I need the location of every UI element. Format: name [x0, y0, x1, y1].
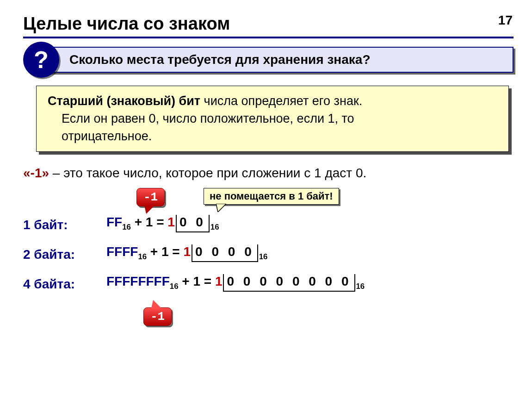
- result-sub: 16: [259, 252, 268, 261]
- plus-one: + 1 =: [179, 274, 215, 288]
- bottom-callout-wrap: -1: [23, 298, 513, 340]
- question-block: ? Сколько места требуется для хранения з…: [36, 47, 513, 73]
- note-bubble: не помещается в 1 байт!: [204, 188, 339, 205]
- row-label: 1 байт:: [23, 218, 106, 232]
- plus-one: + 1 =: [147, 244, 183, 259]
- row-1-wrap: -1 не помещается в 1 байт! 1 байт: FF16 …: [23, 191, 513, 232]
- svg-marker-2: [151, 300, 161, 308]
- info-rest-1: числа определяет его знак.: [200, 94, 362, 108]
- hex-value: FFFFFFFF: [106, 274, 170, 288]
- callout-tip-icon: [151, 300, 161, 308]
- plus-one: + 1 =: [131, 215, 167, 229]
- hex-sub: 16: [138, 252, 147, 261]
- hex-value: FFFF: [106, 244, 138, 259]
- question-text: Сколько места требуется для хранения зна…: [36, 47, 513, 73]
- equation-row: 4 байта: FFFFFFFF16 + 1 = 10 0 0 0 0 0 0…: [23, 269, 513, 292]
- overflow-one: 1: [167, 215, 175, 229]
- hex-value: FF: [106, 215, 122, 229]
- row-equation: FFFFFFFF16 + 1 = 10 0 0 0 0 0 0 016: [106, 274, 365, 292]
- result-sub: 16: [210, 223, 219, 231]
- callout-minus-one-top: -1: [136, 188, 165, 206]
- result-sub: 16: [356, 282, 365, 291]
- title-underline: [23, 37, 513, 38]
- info-box: Старший (знаковый) бит числа определяет …: [36, 86, 509, 152]
- overflow-one: 1: [184, 244, 191, 259]
- zeros-box: 0 0: [176, 215, 210, 232]
- hex-sub: 16: [170, 282, 179, 291]
- info-bold: Старший (знаковый) бит: [48, 94, 200, 108]
- equation-rows: -1 не помещается в 1 байт! 1 байт: FF16 …: [23, 191, 513, 340]
- overflow-one: 1: [215, 274, 223, 288]
- row-label: 4 байта:: [23, 277, 106, 292]
- row-label: 2 байта:: [23, 247, 106, 262]
- info-line-3: отрицательное.: [48, 128, 499, 145]
- equation-row: 1 байт: FF16 + 1 = 10 016: [23, 209, 513, 232]
- row-equation: FFFF16 + 1 = 10 0 0 016: [106, 244, 267, 262]
- def-prefix: «-1»: [23, 166, 49, 180]
- hex-sub: 16: [122, 223, 131, 231]
- question-mark-icon: ?: [23, 42, 59, 78]
- zeros-box: 0 0 0 0: [192, 244, 258, 262]
- zeros-box: 0 0 0 0 0 0 0 0: [223, 274, 355, 292]
- page-title: Целые числа со знаком: [23, 14, 513, 34]
- page-number: 17: [498, 13, 513, 28]
- row-equation: FF16 + 1 = 10 016: [106, 215, 219, 232]
- equation-row: 2 байта: FFFF16 + 1 = 10 0 0 016: [23, 239, 513, 262]
- callout-minus-one-bottom: -1: [143, 307, 172, 326]
- definition-line: «-1» – это такое число, которое при слож…: [23, 166, 513, 181]
- def-rest: – это такое число, которое при сложении …: [49, 166, 366, 180]
- info-line-2: Если он равен 0, число положительное, ес…: [48, 110, 499, 128]
- slide: 17 Целые числа со знаком ? Сколько места…: [0, 0, 532, 340]
